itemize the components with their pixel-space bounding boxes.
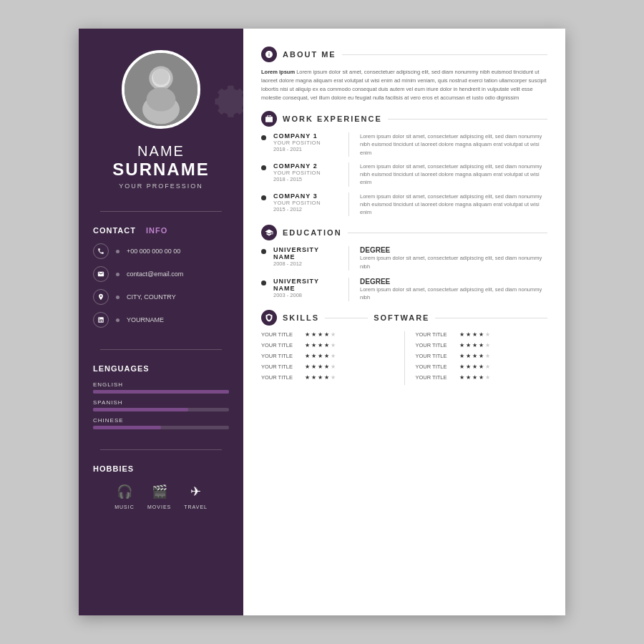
star: ★: [311, 331, 316, 338]
edu-left: UNIVERSITY NAME 2003 - 2008: [273, 278, 338, 298]
software-item-2: YOUR TITLE ★★★★★: [416, 342, 548, 348]
edu-dates: 2003 - 2008: [273, 292, 338, 298]
bullet: [261, 135, 266, 140]
lang-label: ENGLISH: [93, 381, 229, 388]
star: ★: [305, 353, 310, 359]
skill-label: YOUR TITLE: [261, 353, 301, 359]
software-item-3: YOUR TITLE ★★★★★: [416, 353, 548, 359]
star: ★: [479, 374, 484, 381]
stars: ★★★★★: [305, 364, 336, 370]
skills-row: YOUR TITLE ★★★★★ YOUR TITLE ★★★★★ YOUR T…: [261, 331, 547, 385]
section-divider: [348, 233, 547, 233]
star: ★: [466, 331, 471, 338]
languages-section: LENGUAGES ENGLISH SPANISH CHINESE: [79, 357, 243, 442]
lang-bar-bg: [93, 390, 229, 394]
skills-label: SKILLS: [283, 313, 319, 322]
education-section: EDUCATION UNIVERSITY NAME 2008 - 2012 DE…: [261, 225, 547, 301]
star-empty: ★: [485, 353, 490, 359]
contact-phone: +00 000 000 00 00: [93, 243, 229, 259]
work-section: WORK EXPERIENCE COMPANY 1 YOUR POSITION …: [261, 111, 547, 216]
star: ★: [305, 364, 310, 370]
name-area: NAME SURNAME YOUR PROFESSION: [102, 143, 220, 190]
bullet: [261, 165, 266, 170]
profession: YOUR PROFESSION: [112, 182, 209, 190]
contact-location: CITY, COUNTRY: [93, 289, 229, 305]
phone-icon: [93, 243, 109, 259]
hobby-label: MUSIC: [114, 504, 135, 509]
work-position: YOUR POSITION: [273, 200, 338, 206]
edu-label: EDUCATION: [283, 228, 342, 237]
languages-header: LENGUAGES: [93, 364, 229, 373]
svg-point-5: [147, 87, 176, 111]
edu-desc: Lorem ipsum dolor sit amet, consectetuer…: [360, 254, 547, 270]
edu-degree: DEGREE: [360, 278, 547, 286]
work-desc: Lorem ipsum dolor sit amet, consectetuer…: [360, 132, 547, 157]
about-label: ABOUT ME: [283, 50, 336, 59]
university-name: UNIVERSITY NAME: [273, 246, 338, 260]
star-empty: ★: [331, 342, 336, 348]
divider: [100, 449, 222, 450]
contact-dot: [116, 296, 119, 299]
work-desc: Lorem ipsum dolor sit amet, consectetuer…: [360, 162, 547, 187]
software-label: SOFTWARE: [374, 313, 429, 322]
section-divider: [435, 318, 547, 318]
edu-title-row: EDUCATION: [261, 225, 547, 240]
star: ★: [459, 364, 464, 370]
divider: [100, 349, 222, 350]
lang-spanish: SPANISH: [93, 399, 229, 411]
star: ★: [472, 353, 477, 359]
location-icon: [93, 289, 109, 305]
skills-section: SKILLS SOFTWARE YOUR TITLE ★★★★★ YOUR TI…: [261, 310, 547, 385]
star-empty: ★: [485, 364, 490, 370]
lang-chinese: CHINESE: [93, 417, 229, 429]
star: ★: [324, 364, 329, 370]
skills-col: YOUR TITLE ★★★★★ YOUR TITLE ★★★★★ YOUR T…: [261, 331, 394, 385]
star: ★: [324, 374, 329, 381]
edu-divider: [348, 246, 349, 270]
contact-header: CONTACT INFO: [93, 226, 229, 235]
star: ★: [479, 331, 484, 338]
contact-dot: [116, 273, 119, 276]
contact-dot: [116, 250, 119, 253]
contact-email: contact@email.com: [93, 266, 229, 282]
software-item-5: YOUR TITLE ★★★★★: [416, 374, 548, 381]
star: ★: [472, 342, 477, 348]
contact-linkedin: YOURNAME: [93, 312, 229, 328]
star: ★: [311, 364, 316, 370]
software-item-4: YOUR TITLE ★★★★★: [416, 364, 548, 370]
edu-entry-2: UNIVERSITY NAME 2003 - 2008 DEGREE Lorem…: [261, 278, 547, 302]
edu-left: UNIVERSITY NAME 2008 - 2012: [273, 246, 338, 267]
star: ★: [311, 374, 316, 381]
work-position: YOUR POSITION: [273, 140, 338, 146]
star-empty: ★: [331, 353, 336, 359]
lang-bar-fill: [93, 408, 188, 411]
skills-icon: [261, 310, 277, 326]
skill-item-2: YOUR TITLE ★★★★★: [261, 342, 394, 348]
movies-icon: 🎬: [150, 482, 170, 502]
stars: ★★★★★: [459, 342, 490, 348]
location-value: CITY, COUNTRY: [127, 293, 176, 301]
work-date: 2018 - 2015: [273, 176, 338, 182]
skill-label: YOUR TITLE: [261, 364, 301, 370]
col-divider: [404, 331, 405, 385]
sidebar: NAME SURNAME YOUR PROFESSION CONTACT INF…: [79, 29, 243, 615]
star: ★: [318, 353, 323, 359]
work-divider: [348, 132, 349, 157]
work-left: COMPANY 1 YOUR POSITION 2018 - 2021: [273, 132, 338, 152]
star: ★: [305, 374, 310, 381]
work-divider: [348, 192, 349, 217]
hobbies-icons: 🎧 MUSIC 🎬 MOVIES ✈ TRAVEL: [93, 482, 229, 509]
lang-bar-fill: [93, 390, 229, 394]
skill-label: YOUR TITLE: [261, 342, 301, 348]
bullet: [261, 280, 266, 286]
star: ★: [466, 374, 471, 381]
work-title-row: WORK EXPERIENCE: [261, 111, 547, 127]
section-divider: [325, 318, 368, 318]
divider: [100, 211, 222, 212]
work-date: 2015 - 2012: [273, 206, 338, 213]
email-icon: [93, 266, 109, 282]
edu-entry-1: UNIVERSITY NAME 2008 - 2012 DEGREE Lorem…: [261, 246, 547, 270]
star: ★: [318, 374, 323, 381]
star: ★: [459, 342, 464, 348]
work-icon: [261, 111, 277, 127]
